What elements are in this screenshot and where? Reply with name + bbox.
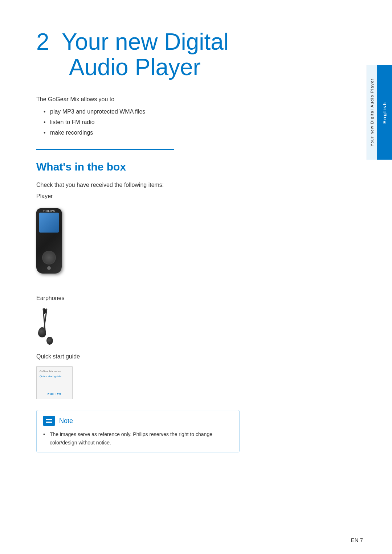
chapter-number: 2 (36, 29, 49, 55)
intro-section: The GoGear Mix allows you to play MP3 an… (36, 95, 363, 138)
item-guide-label: Quick start guide (36, 352, 363, 361)
player-brand-text: PHILIPS (43, 210, 55, 212)
player-controls (42, 251, 56, 264)
player-image: PHILIPS (36, 208, 73, 284)
item-earphones-label: Earphones (36, 294, 363, 303)
page-container: English Your new Digital Audio Player 2 … (0, 0, 392, 554)
whats-in-box-section: What's in the box Check that you have re… (36, 161, 363, 201)
chapter-heading: 2 Your new Digital Audio Player (36, 29, 363, 80)
side-section-label: Your new Digital Audio Player (367, 65, 377, 160)
whats-in-box-intro: Check that you have received the followi… (36, 180, 363, 190)
section-divider (36, 149, 174, 150)
note-content: The images serve as reference only. Phil… (43, 430, 233, 447)
side-tab-label: English (382, 102, 387, 124)
side-tab-english: English (377, 65, 392, 160)
earphones-image (36, 308, 65, 345)
item-player-label: Player (36, 192, 363, 201)
guide-image: GoGear Mix series Quick start guide PHIL… (36, 366, 73, 399)
bullet-item-2: listen to FM radio (44, 117, 363, 128)
guide-label-text: Quick start guide (40, 375, 69, 378)
side-section-text: Your new Digital Audio Player (370, 78, 374, 146)
feature-list: play MP3 and unprotected WMA files liste… (36, 107, 363, 138)
note-icon-line-2 (46, 422, 52, 423)
guide-philips-brand: PHILIPS (48, 393, 61, 396)
note-icon (43, 416, 55, 426)
note-box: Note The images serve as reference only.… (36, 410, 240, 452)
note-icon-line-1 (46, 419, 52, 420)
section-heading: What's in the box (36, 161, 363, 173)
chapter-title-line2: Audio Player (69, 54, 363, 80)
page-footer: EN 7 (351, 537, 363, 543)
note-title: Note (59, 417, 73, 425)
chapter-title-line1: 2 Your new Digital (36, 29, 363, 54)
player-dot (47, 266, 51, 270)
bullet-item-1: play MP3 and unprotected WMA files (44, 107, 363, 117)
intro-lead: The GoGear Mix allows you to (36, 95, 363, 104)
note-header: Note (43, 416, 233, 426)
bullet-item-3: make recordings (44, 128, 363, 138)
footer-text: EN 7 (351, 537, 363, 543)
earphone-bud-right (46, 337, 53, 345)
player-screen (39, 213, 59, 233)
guide-series-text: GoGear Mix series (40, 370, 69, 373)
chapter-title-line1-text: Your new Digital (62, 29, 229, 55)
